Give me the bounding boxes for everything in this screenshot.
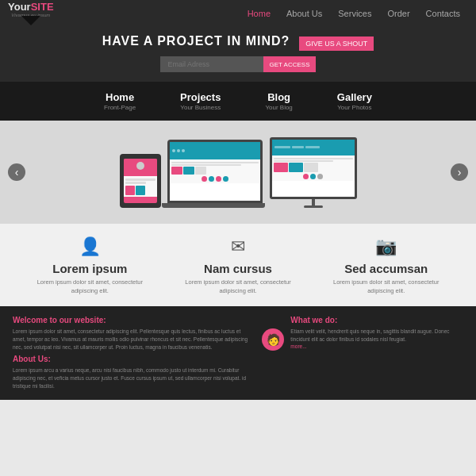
envelope-icon: ✉ [172, 236, 305, 257]
footer-avatar: 🧑 [262, 328, 284, 351]
sec-nav-blog-label: Blog [265, 91, 292, 103]
footer-about-text: Lorem ipsum arcu a varius neque, arcu ni… [13, 367, 254, 390]
sec-nav-projects-sub: Your Business [180, 104, 221, 111]
tablet-screen [124, 159, 157, 203]
monitor-stand [312, 199, 315, 205]
feature-nam: ✉ Nam cursus Lorem ipsum dolor sit amet,… [164, 236, 313, 295]
devices-showcase [120, 137, 357, 208]
logo-site: SITE [31, 1, 54, 13]
monitor-base [304, 205, 323, 208]
footer-welcome-text: Lorem ipsum dolor sit amet, consectetur … [13, 328, 254, 351]
hero-get-access-button[interactable]: GET ACCESS [263, 56, 317, 72]
footer-left: Welcome to our website: Lorem ipsum dolo… [13, 316, 254, 390]
logo: YourSITE Vivamus eu ipsum [8, 1, 54, 25]
footer-section: Welcome to our website: Lorem ipsum dolo… [0, 306, 476, 400]
laptop-screen [170, 142, 260, 201]
laptop-base [162, 203, 265, 208]
camera-icon: 📷 [320, 236, 452, 257]
nav-contacts[interactable]: Contacts [418, 0, 468, 26]
sec-nav-home[interactable]: Home Front-Page [82, 88, 158, 114]
person-icon: 👤 [24, 236, 156, 257]
nav-home[interactable]: Home [240, 0, 278, 26]
main-nav: Home About Us Services Order Contacts [240, 0, 468, 26]
footer-what-title: What we do: [290, 316, 463, 324]
monitor-device [270, 137, 357, 208]
hero-cta-badge[interactable]: GIVE US A SHOUT [299, 36, 374, 51]
sec-nav-projects[interactable]: Projects Your Business [158, 88, 243, 114]
logo-your: Your [8, 1, 31, 13]
laptop-body [167, 140, 263, 203]
footer-more-link[interactable]: more... [290, 344, 463, 349]
sec-nav-blog[interactable]: Blog Your Blog [243, 88, 314, 114]
slider-next-button[interactable]: › [451, 163, 468, 181]
monitor-body [270, 137, 357, 199]
secondary-nav: Home Front-Page Projects Your Business B… [0, 82, 476, 121]
logo-diamond [21, 16, 40, 25]
nav-about[interactable]: About Us [278, 0, 330, 26]
tablet-device [120, 154, 161, 208]
feature-nam-title: Nam cursus [172, 262, 305, 275]
hero-input-row: GET ACCESS [0, 56, 476, 72]
footer-right: 🧑 What we do: Etiam velit velit, hendrer… [262, 316, 463, 390]
feature-sed: 📷 Sed accumsan Lorem ipsum dolor sit ame… [312, 236, 460, 295]
hero-section: HAVE A PROJECT IN MIND? GIVE US A SHOUT … [0, 26, 476, 82]
slider-section: ‹ [0, 121, 476, 224]
footer-welcome-title: Welcome to our website: [13, 316, 254, 324]
footer-what-text: Etiam velit velit, hendrerit quis neque … [290, 328, 463, 344]
sec-nav-gallery-label: Gallery [337, 91, 372, 103]
sec-nav-home-sub: Front-Page [104, 104, 136, 111]
laptop-device [166, 140, 265, 208]
sec-nav-projects-label: Projects [180, 91, 221, 103]
feature-lorem-title: Lorem ipsum [24, 262, 156, 275]
feature-lorem-text: Lorem ipsum dolor sit amet, consectetur … [24, 278, 156, 295]
hero-email-input[interactable] [160, 56, 263, 72]
feature-sed-text: Lorem ipsum dolor sit amet, consectetur … [320, 278, 452, 295]
slider-prev-button[interactable]: ‹ [8, 163, 25, 181]
footer-what-section: What we do: Etiam velit velit, hendrerit… [290, 316, 463, 390]
nav-order[interactable]: Order [379, 0, 417, 26]
sec-nav-home-label: Home [104, 91, 136, 103]
nav-services[interactable]: Services [330, 0, 379, 26]
feature-sed-title: Sed accumsan [320, 262, 452, 275]
sec-nav-gallery[interactable]: Gallery Your Photos [315, 88, 394, 114]
header: YourSITE Vivamus eu ipsum Home About Us … [0, 0, 476, 26]
hero-title: HAVE A PROJECT IN MIND? [102, 34, 290, 48]
sec-nav-blog-sub: Your Blog [265, 104, 292, 111]
logo-text: YourSITE [8, 1, 54, 13]
sec-nav-gallery-sub: Your Photos [337, 104, 372, 111]
monitor-screen [272, 140, 355, 197]
feature-nam-text: Lorem ipsum dolor sit amet, consectetur … [172, 278, 305, 295]
footer-about-title: About Us: [13, 355, 254, 363]
feature-lorem: 👤 Lorem ipsum Lorem ipsum dolor sit amet… [16, 236, 164, 295]
features-section: 👤 Lorem ipsum Lorem ipsum dolor sit amet… [0, 224, 476, 306]
